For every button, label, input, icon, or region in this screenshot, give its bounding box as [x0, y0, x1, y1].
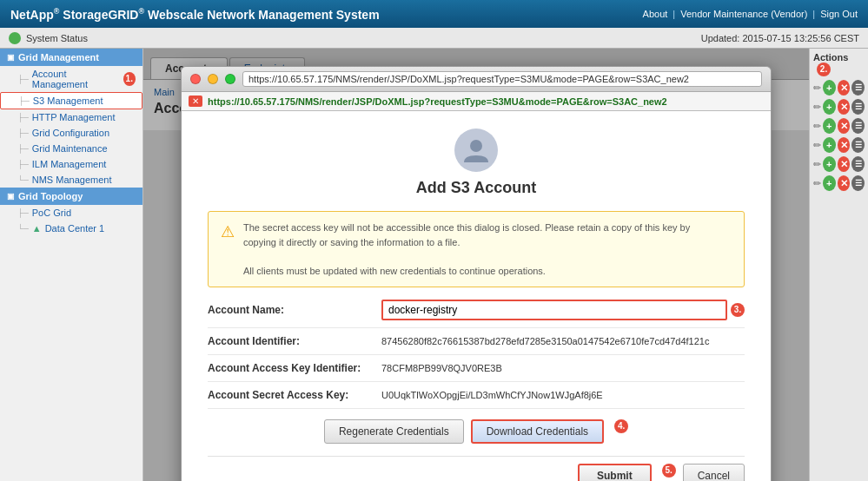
sidebar-label-s3-management: S3 Management [33, 96, 103, 106]
sidebar-label-grid-configuration: Grid Configuration [32, 128, 109, 138]
tree-line-icon: ├─ [18, 96, 30, 105]
sidebar-label-http-management: HTTP Management [32, 112, 116, 122]
secure-url-display: https://10.65.57.175/NMS/render/JSP/DoXM… [208, 96, 667, 107]
add-button-1[interactable]: + [823, 80, 836, 96]
edit-icon-6: ✏ [813, 178, 821, 189]
app-title: NetApp® StorageGRID® Webscale Network Ma… [10, 7, 380, 22]
form-row-access-key: Account Access Key Identifier: 78CFM8PB9… [208, 362, 745, 382]
drag-button-6[interactable]: ☰ [851, 175, 865, 191]
sidebar-label-nms-management: NMS Management [32, 175, 112, 185]
sidebar-label-account-management: Account Management [32, 69, 116, 89]
edit-icon-5: ✏ [813, 159, 821, 170]
expand-icon-topology: ▣ [7, 192, 15, 201]
browser-window: https://10.65.57.175/NMS/render/JSP/DoXM… [181, 66, 772, 481]
drag-button-1[interactable]: ☰ [851, 80, 865, 96]
form-row-account-id: Account Identifier: 87456280f82c76615387… [208, 335, 745, 355]
actions-title: Actions 2. [813, 52, 865, 76]
form-row-secret-key: Account Secret Access Key: U0UqkTlWoXOpg… [208, 389, 745, 409]
account-id-value: 87456280f82c76615387bd278efd7285e3150a01… [381, 336, 745, 346]
sidebar-label-grid-maintenance: Grid Maintenance [32, 143, 108, 154]
content-area: Accounts Endpoints Main Accounts: S3 Man… [143, 49, 809, 481]
annotation-4: 4. [614, 419, 628, 433]
account-name-label: Account Name: [208, 304, 381, 316]
account-name-input[interactable] [381, 300, 727, 320]
sidebar-section-grid-topology[interactable]: ▣ Grid Topology [0, 188, 142, 205]
action-row-3: ✏ + ✕ ☰ [813, 118, 865, 134]
signout-link[interactable]: Sign Out [820, 9, 858, 19]
sidebar-item-nms-management[interactable]: └─ NMS Management [0, 172, 142, 188]
status-icon [9, 32, 21, 44]
regenerate-credentials-button[interactable]: Regenerate Credentials [324, 419, 464, 444]
browser-close-btn[interactable] [190, 74, 201, 84]
remove-button-5[interactable]: ✕ [838, 156, 851, 172]
sidebar-item-grid-maintenance[interactable]: ├─ Grid Maintenance [0, 141, 142, 156]
browser-min-btn[interactable] [208, 74, 218, 84]
cancel-button[interactable]: Cancel [683, 464, 745, 481]
tree-line-icon: ├─ [17, 144, 29, 153]
sidebar: ▣ Grid Management ├─ Account Management … [0, 49, 143, 481]
expand-icon: ▣ [7, 53, 15, 62]
warning-text: The secret access key will not be access… [243, 221, 690, 278]
status-bar: System Status Updated: 2015-07-15 13:25:… [0, 28, 868, 49]
form-row-account-name: Account Name: 3. [208, 300, 745, 328]
annotation-3: 3. [731, 303, 745, 317]
sidebar-item-grid-configuration[interactable]: ├─ Grid Configuration [0, 125, 142, 141]
tree-icon-dc: └─ [17, 224, 29, 233]
access-key-label: Account Access Key Identifier: [208, 362, 381, 374]
system-status-label: System Status [26, 33, 88, 43]
tree-line-icon: ├─ [17, 113, 29, 122]
browser-url-display[interactable]: https://10.65.57.175/NMS/render/JSP/DoXM… [242, 71, 762, 87]
tree-line-icon: ├─ [17, 160, 29, 168]
add-button-6[interactable]: + [823, 175, 836, 191]
browser-addressbar: ✕ https://10.65.57.175/NMS/render/JSP/Do… [182, 92, 771, 111]
submit-row: Submit 5. Cancel [208, 456, 745, 481]
remove-button-6[interactable]: ✕ [838, 175, 851, 191]
remove-button-1[interactable]: ✕ [838, 80, 851, 96]
drag-button-2[interactable]: ☰ [851, 99, 865, 115]
secret-key-value: U0UqkTlWoXOpgjEi/LD3mWhCfYJNow1WJgAf8j6E [381, 390, 745, 400]
remove-button-3[interactable]: ✕ [838, 118, 851, 134]
add-button-3[interactable]: + [823, 118, 836, 134]
secret-key-label: Account Secret Access Key: [208, 389, 381, 401]
drag-button-3[interactable]: ☰ [851, 118, 865, 134]
access-key-value: 78CFM8PB99V8QJV0RE3B [381, 363, 745, 373]
action-row-6: ✏ + ✕ ☰ [813, 175, 865, 191]
header-nav: About | Vendor Maintenance (Vendor) | Si… [643, 9, 858, 19]
app-header: NetApp® StorageGRID® Webscale Network Ma… [0, 0, 868, 28]
addressbar-x-button[interactable]: ✕ [189, 96, 202, 107]
sidebar-item-s3-management[interactable]: ├─ S3 Management [0, 92, 142, 109]
sidebar-section-grid-management[interactable]: ▣ Grid Management [0, 49, 142, 66]
download-credentials-button[interactable]: Download Credentials [471, 419, 604, 444]
warning-icon: ⚠ [221, 222, 235, 241]
action-row-1: ✏ + ✕ ☰ [813, 80, 865, 96]
svg-point-0 [470, 140, 482, 152]
sidebar-item-ilm-management[interactable]: ├─ ILM Management [0, 156, 142, 172]
remove-button-2[interactable]: ✕ [838, 99, 851, 115]
annotation-2: 2. [817, 63, 831, 76]
browser-max-btn[interactable] [225, 74, 235, 84]
drag-button-5[interactable]: ☰ [851, 156, 865, 172]
sidebar-label-poc-grid: PoC Grid [32, 208, 71, 218]
tree-line-icon: └─ [17, 175, 29, 184]
add-button-4[interactable]: + [823, 137, 836, 153]
add-button-5[interactable]: + [823, 156, 836, 172]
sidebar-item-data-center[interactable]: └─ ▲ Data Center 1 [0, 221, 142, 236]
vendor-link[interactable]: Vendor Maintenance (Vendor) [680, 9, 807, 19]
submit-button[interactable]: Submit [578, 464, 652, 481]
updated-time: Updated: 2015-07-15 13:25:56 CEST [701, 33, 859, 43]
remove-button-4[interactable]: ✕ [838, 137, 851, 153]
tree-icon: ├─ [17, 208, 29, 217]
main-layout: ▣ Grid Management ├─ Account Management … [0, 49, 868, 481]
sidebar-item-poc-grid[interactable]: ├─ PoC Grid [0, 205, 142, 221]
action-row-4: ✏ + ✕ ☰ [813, 137, 865, 153]
add-button-2[interactable]: + [823, 99, 836, 115]
credential-buttons: Regenerate Credentials Download Credenti… [208, 419, 745, 444]
action-row-2: ✏ + ✕ ☰ [813, 99, 865, 115]
drag-button-4[interactable]: ☰ [851, 137, 865, 153]
dialog-title: Add S3 Account [416, 179, 536, 197]
about-link[interactable]: About [643, 9, 668, 19]
tree-line-icon: ├─ [17, 75, 29, 83]
sidebar-item-account-management[interactable]: ├─ Account Management 1. [0, 66, 142, 92]
sidebar-item-http-management[interactable]: ├─ HTTP Management [0, 109, 142, 125]
warning-box: ⚠ The secret access key will not be acce… [208, 211, 745, 287]
